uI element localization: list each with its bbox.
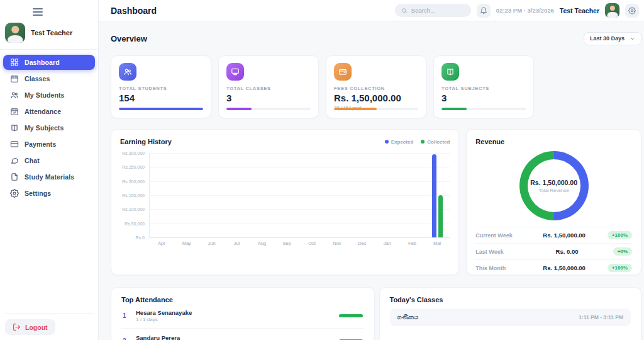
topbar-actions: 02:23 PM · 3/23/2026 Test Teacher [395, 3, 639, 18]
sidebar-profile[interactable]: Test Teacher [0, 19, 98, 49]
wallet-icon [334, 63, 352, 81]
search-box[interactable] [395, 4, 471, 17]
legend-dot [421, 140, 425, 144]
stat-progress-track [226, 108, 311, 110]
revenue-row-value: Rs. 1,50,000.00 [521, 264, 608, 271]
attendance-rows: 1Hesara Senanayake1 / 1 days2Sandaru Per… [121, 303, 364, 340]
x-tick-label: Jun [199, 241, 225, 246]
subjects-icon [10, 123, 19, 132]
x-tick-label: Aug [249, 241, 274, 246]
bar-collected-mar [438, 195, 443, 237]
attendance-row[interactable]: 2Sandaru Perera1 / 1 days [121, 329, 364, 340]
revenue-row-value: Rs. 0.00 [521, 248, 613, 255]
revenue-donut-chart: Rs. 1,50,000.00 Total Revenue [519, 151, 589, 220]
x-tick-label: May [174, 241, 199, 246]
stat-label: TOTAL SUBJECTS [441, 86, 526, 91]
x-tick-label: Dec [350, 241, 375, 246]
sidebar-nav: DashboardClassesMy StudentsAttendanceMy … [0, 52, 98, 308]
earning-history-title: Earning History [120, 138, 172, 145]
attendance-student-info: Hesara Senanayake1 / 1 days [136, 309, 332, 322]
avatar [5, 23, 25, 43]
logout-label: Logout [25, 324, 48, 331]
stat-progress-fill [119, 108, 203, 110]
menu-toggle-button[interactable] [33, 6, 47, 18]
sidebar-item-chat[interactable]: Chat [3, 153, 95, 168]
profile-name: Test Teacher [31, 29, 72, 37]
x-tick-label: Apr [149, 241, 174, 246]
sidebar-item-attendance[interactable]: Attendance [3, 104, 95, 119]
bar-group-nov [325, 153, 350, 237]
stat-label: FEES COLLECTION [334, 86, 418, 91]
section-title: Overview [111, 34, 147, 43]
sidebar-item-study-materials[interactable]: Study Materials [3, 169, 95, 184]
sidebar-item-my-subjects[interactable]: My Subjects [3, 120, 95, 135]
top-attendance-card: Top Attendance 1Hesara Senanayake1 / 1 d… [111, 287, 375, 340]
y-tick-label: Rs.200,000 [122, 179, 145, 183]
total-revenue-label: Total Revenue [539, 188, 569, 193]
bottom-row: Top Attendance 1Hesara Senanayake1 / 1 d… [111, 287, 641, 340]
x-tick-label: Jul [225, 241, 250, 246]
revenue-row-current-week: Current WeekRs. 1,50,000.00+100% [475, 227, 632, 243]
revenue-row-label: This Month [475, 265, 521, 271]
stat-card-fees-collection: FEES COLLECTIONRs. 1,50,000.0078 / 154 p… [326, 55, 426, 118]
logout-icon [13, 323, 21, 331]
sidebar-item-payments[interactable]: Payments [3, 137, 95, 152]
stat-card-total-students: TOTAL STUDENTS154 [111, 55, 211, 118]
attendance-icon [10, 107, 19, 116]
dashboard-icon [10, 58, 19, 67]
board-icon [226, 63, 244, 81]
revenue-change-badge: +0% [613, 247, 632, 256]
notifications-button[interactable] [477, 4, 491, 18]
attendance-days: 1 / 1 days [136, 317, 332, 322]
x-tick-label: Jan [375, 241, 400, 246]
header-avatar[interactable] [605, 3, 619, 18]
stat-progress-fill [334, 108, 377, 110]
chat-icon [10, 156, 19, 165]
bar-group-dec [350, 153, 375, 237]
header-user-name: Test Teacher [560, 7, 599, 14]
class-row[interactable]: ගණිතය1:11 PM - 3:11 PM [390, 309, 631, 326]
subjects-icon [441, 63, 459, 81]
stat-progress-fill [441, 108, 467, 110]
x-tick-label: Sep [274, 241, 299, 246]
stat-progress-fill [226, 108, 252, 110]
bar-group-feb [400, 153, 425, 237]
sidebar-item-my-students[interactable]: My Students [3, 88, 95, 103]
sidebar-item-settings[interactable]: Settings [3, 186, 95, 201]
bar-group-may [175, 153, 200, 237]
y-tick-label: Rs.150,000 [122, 193, 145, 198]
y-tick-label: Rs.100,000 [122, 207, 145, 212]
y-tick-label: Rs.300,000 [122, 151, 145, 156]
y-tick-label: Rs.250,000 [122, 165, 145, 169]
earning-history-card: Earning History ExpectedCollected Rs.300… [111, 129, 459, 275]
attendance-student-info: Sandaru Perera1 / 1 days [136, 334, 332, 340]
settings-button[interactable] [625, 4, 639, 18]
logout-button[interactable]: Logout [5, 319, 55, 335]
revenue-change-badge: +100% [608, 231, 632, 239]
revenue-row-last-week: Last WeekRs. 0.00+0% [475, 243, 632, 259]
stat-card-total-classes: TOTAL CLASSES3 [218, 55, 319, 118]
stat-progress-track [334, 108, 418, 110]
top-attendance-title: Top Attendance [121, 296, 364, 303]
bar-group-jan [375, 153, 400, 237]
attendance-row[interactable]: 1Hesara Senanayake1 / 1 days [121, 303, 364, 329]
revenue-card: Revenue Rs. 1,50,000.00 Total Revenue Cu… [466, 129, 641, 275]
sidebar-item-classes[interactable]: Classes [3, 71, 95, 86]
sidebar-item-label: Payments [25, 140, 56, 148]
search-input[interactable] [411, 7, 465, 14]
date-range-select[interactable]: Last 30 Days [584, 32, 641, 45]
class-name: ගණිතය [397, 314, 419, 321]
app-root: Test Teacher DashboardClassesMy Students… [0, 0, 644, 340]
date-range-value: Last 30 Days [590, 35, 625, 42]
stat-label: TOTAL CLASSES [226, 86, 311, 91]
topbar: Dashboard 02:23 PM · 3/23/2026 Test Teac… [99, 0, 644, 21]
y-tick-label: Rs.0 [136, 235, 145, 240]
y-tick-label: Rs.50,000 [125, 221, 145, 225]
gridline [150, 237, 450, 238]
sidebar-item-dashboard[interactable]: Dashboard [3, 55, 95, 70]
gear-icon [628, 7, 636, 14]
revenue-row-label: Last Week [475, 249, 521, 255]
students-icon [10, 91, 19, 99]
bar-group-aug [250, 153, 275, 237]
datetime-text: 02:23 PM · 3/23/2026 [496, 7, 554, 14]
